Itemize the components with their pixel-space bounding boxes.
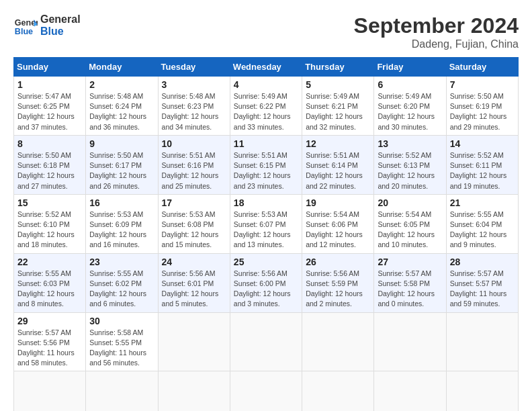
table-row: 15 Sunrise: 5:52 AMSunset: 6:10 PMDaylig… xyxy=(14,194,86,253)
table-row: 12 Sunrise: 5:51 AMSunset: 6:14 PMDaylig… xyxy=(302,135,374,194)
day-number: 29 xyxy=(17,316,82,326)
table-row xyxy=(374,371,446,411)
calendar-week-row: 1 Sunrise: 5:47 AMSunset: 6:25 PMDayligh… xyxy=(14,77,519,136)
table-row: 24 Sunrise: 5:56 AMSunset: 6:01 PMDaylig… xyxy=(158,253,230,312)
day-number: 30 xyxy=(89,316,154,326)
day-info: Sunrise: 5:54 AMSunset: 6:06 PMDaylight:… xyxy=(306,210,363,249)
day-info: Sunrise: 5:56 AMSunset: 6:01 PMDaylight:… xyxy=(162,269,219,308)
day-info: Sunrise: 5:53 AMSunset: 6:07 PMDaylight:… xyxy=(234,210,291,249)
day-info: Sunrise: 5:49 AMSunset: 6:20 PMDaylight:… xyxy=(378,92,435,131)
header: General Blue General Blue September 2024… xyxy=(13,13,519,50)
day-number: 24 xyxy=(162,257,226,267)
table-row: 6 Sunrise: 5:49 AMSunset: 6:20 PMDayligh… xyxy=(374,77,446,136)
calendar-week-row: 8 Sunrise: 5:50 AMSunset: 6:18 PMDayligh… xyxy=(14,135,519,194)
day-number: 5 xyxy=(306,79,370,90)
table-row: 30 Sunrise: 5:58 AMSunset: 5:55 PMDaylig… xyxy=(86,312,158,371)
table-row: 25 Sunrise: 5:56 AMSunset: 6:00 PMDaylig… xyxy=(230,253,302,312)
calendar-week-row: 22 Sunrise: 5:55 AMSunset: 6:03 PMDaylig… xyxy=(14,253,519,312)
table-row: 13 Sunrise: 5:52 AMSunset: 6:13 PMDaylig… xyxy=(374,135,446,194)
title-area: September 2024 Dadeng, Fujian, China xyxy=(354,13,519,50)
day-info: Sunrise: 5:55 AMSunset: 6:04 PMDaylight:… xyxy=(450,210,507,249)
header-tuesday: Tuesday xyxy=(158,58,230,77)
table-row: 29 Sunrise: 5:57 AMSunset: 5:56 PMDaylig… xyxy=(14,312,86,371)
table-row: 26 Sunrise: 5:56 AMSunset: 5:59 PMDaylig… xyxy=(302,253,374,312)
day-info: Sunrise: 5:47 AMSunset: 6:25 PMDaylight:… xyxy=(17,92,75,131)
day-number: 22 xyxy=(17,257,82,267)
logo-general: General xyxy=(40,13,81,26)
day-number: 15 xyxy=(17,197,82,208)
day-info: Sunrise: 5:51 AMSunset: 6:16 PMDaylight:… xyxy=(162,151,219,190)
table-row: 11 Sunrise: 5:51 AMSunset: 6:15 PMDaylig… xyxy=(230,135,302,194)
day-number: 1 xyxy=(17,79,82,90)
day-info: Sunrise: 5:58 AMSunset: 5:55 PMDaylight:… xyxy=(89,328,146,367)
table-row xyxy=(158,371,230,411)
day-info: Sunrise: 5:57 AMSunset: 5:58 PMDaylight:… xyxy=(378,269,435,308)
table-row: 23 Sunrise: 5:55 AMSunset: 6:02 PMDaylig… xyxy=(86,253,158,312)
table-row: 16 Sunrise: 5:53 AMSunset: 6:09 PMDaylig… xyxy=(86,194,158,253)
day-number: 13 xyxy=(378,138,442,149)
table-row: 21 Sunrise: 5:55 AMSunset: 6:04 PMDaylig… xyxy=(446,194,518,253)
day-number: 27 xyxy=(378,257,442,267)
day-info: Sunrise: 5:51 AMSunset: 6:15 PMDaylight:… xyxy=(234,151,291,190)
day-number: 8 xyxy=(17,138,82,149)
day-info: Sunrise: 5:52 AMSunset: 6:11 PMDaylight:… xyxy=(450,151,507,190)
day-info: Sunrise: 5:52 AMSunset: 6:13 PMDaylight:… xyxy=(378,151,435,190)
day-number: 4 xyxy=(234,79,298,90)
day-number: 26 xyxy=(306,257,370,267)
table-row xyxy=(302,371,374,411)
day-info: Sunrise: 5:55 AMSunset: 6:03 PMDaylight:… xyxy=(17,269,75,308)
table-row xyxy=(446,312,518,371)
table-row: 27 Sunrise: 5:57 AMSunset: 5:58 PMDaylig… xyxy=(374,253,446,312)
day-number: 17 xyxy=(162,197,226,208)
day-info: Sunrise: 5:50 AMSunset: 6:17 PMDaylight:… xyxy=(89,151,146,190)
day-info: Sunrise: 5:49 AMSunset: 6:21 PMDaylight:… xyxy=(306,92,363,131)
day-info: Sunrise: 5:57 AMSunset: 5:57 PMDaylight:… xyxy=(450,269,507,308)
day-info: Sunrise: 5:48 AMSunset: 6:24 PMDaylight:… xyxy=(89,92,146,131)
header-friday: Friday xyxy=(374,58,446,77)
day-number: 20 xyxy=(378,197,442,208)
logo-icon: General Blue xyxy=(13,13,38,38)
day-number: 14 xyxy=(450,138,515,149)
table-row: 20 Sunrise: 5:54 AMSunset: 6:05 PMDaylig… xyxy=(374,194,446,253)
day-number: 18 xyxy=(234,197,298,208)
table-row: 9 Sunrise: 5:50 AMSunset: 6:17 PMDayligh… xyxy=(86,135,158,194)
table-row: 14 Sunrise: 5:52 AMSunset: 6:11 PMDaylig… xyxy=(446,135,518,194)
day-number: 7 xyxy=(450,79,515,90)
header-sunday: Sunday xyxy=(14,58,86,77)
day-info: Sunrise: 5:50 AMSunset: 6:19 PMDaylight:… xyxy=(450,92,507,131)
day-number: 9 xyxy=(89,138,154,149)
day-number: 25 xyxy=(234,257,298,267)
header-monday: Monday xyxy=(86,58,158,77)
table-row: 18 Sunrise: 5:53 AMSunset: 6:07 PMDaylig… xyxy=(230,194,302,253)
day-number: 10 xyxy=(162,138,226,149)
day-info: Sunrise: 5:49 AMSunset: 6:22 PMDaylight:… xyxy=(234,92,291,131)
table-row: 19 Sunrise: 5:54 AMSunset: 6:06 PMDaylig… xyxy=(302,194,374,253)
table-row xyxy=(374,312,446,371)
day-number: 2 xyxy=(89,79,154,90)
calendar-week-row: 29 Sunrise: 5:57 AMSunset: 5:56 PMDaylig… xyxy=(14,312,519,371)
table-row xyxy=(446,371,518,411)
table-row: 1 Sunrise: 5:47 AMSunset: 6:25 PMDayligh… xyxy=(14,77,86,136)
day-number: 19 xyxy=(306,197,370,208)
table-row: 3 Sunrise: 5:48 AMSunset: 6:23 PMDayligh… xyxy=(158,77,230,136)
table-row: 4 Sunrise: 5:49 AMSunset: 6:22 PMDayligh… xyxy=(230,77,302,136)
table-row: 7 Sunrise: 5:50 AMSunset: 6:19 PMDayligh… xyxy=(446,77,518,136)
day-info: Sunrise: 5:57 AMSunset: 5:56 PMDaylight:… xyxy=(17,328,75,367)
calendar-week-row xyxy=(14,371,519,411)
table-row: 28 Sunrise: 5:57 AMSunset: 5:57 PMDaylig… xyxy=(446,253,518,312)
day-info: Sunrise: 5:52 AMSunset: 6:10 PMDaylight:… xyxy=(17,210,75,249)
day-info: Sunrise: 5:54 AMSunset: 6:05 PMDaylight:… xyxy=(378,210,435,249)
day-number: 3 xyxy=(162,79,226,90)
day-info: Sunrise: 5:51 AMSunset: 6:14 PMDaylight:… xyxy=(306,151,363,190)
table-row: 8 Sunrise: 5:50 AMSunset: 6:18 PMDayligh… xyxy=(14,135,86,194)
table-row: 22 Sunrise: 5:55 AMSunset: 6:03 PMDaylig… xyxy=(14,253,86,312)
day-number: 16 xyxy=(89,197,154,208)
day-number: 21 xyxy=(450,197,515,208)
day-info: Sunrise: 5:55 AMSunset: 6:02 PMDaylight:… xyxy=(89,269,146,308)
day-number: 11 xyxy=(234,138,298,149)
day-info: Sunrise: 5:53 AMSunset: 6:08 PMDaylight:… xyxy=(162,210,219,249)
header-wednesday: Wednesday xyxy=(230,58,302,77)
table-row xyxy=(14,371,86,411)
logo-blue: Blue xyxy=(40,26,81,38)
month-title: September 2024 xyxy=(354,13,519,38)
